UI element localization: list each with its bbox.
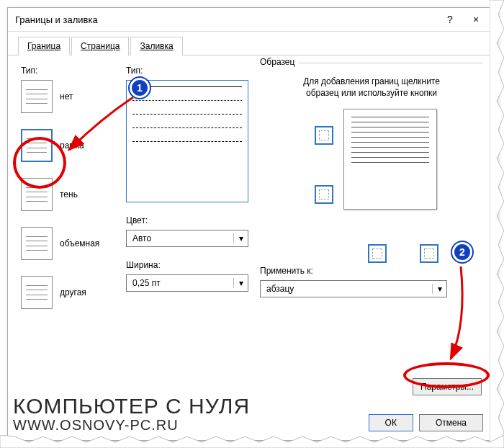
line-style-dashed-1[interactable] [132,114,242,115]
callout-1: 1 [130,78,150,98]
setting-box-icon [21,129,53,162]
border-top-button[interactable] [315,126,333,145]
dialog-body: Тип: нет рамка [8,55,496,359]
setting-none-icon [21,80,53,113]
options-button[interactable]: Параметры... [413,378,482,395]
setting-3d-icon [21,227,53,260]
border-right-button[interactable] [420,244,438,263]
apply-label: Применить к: [260,266,483,276]
setting-none-label: нет [60,91,73,102]
setting-list: нет рамка тень [21,80,114,309]
tab-border[interactable]: Граница [18,37,70,55]
apply-field: Применить к: абзацу ▾ [260,266,483,297]
width-label: Ширина: [126,260,248,270]
cancel-button[interactable]: Отмена [419,414,483,431]
color-field: Цвет: Авто ▾ [126,215,248,247]
preview-legend: Образец [260,57,299,67]
close-button[interactable]: × [463,14,489,25]
style-column: Тип: Цвет: Авто ▾ Ширина: 0,25 пт ▾ [126,63,248,309]
help-button[interactable]: ? [437,14,463,25]
preview-fieldset: Образец Для добавления границ щелкните о… [260,63,483,253]
line-style-dotted[interactable] [132,100,242,101]
color-value: Авто [127,233,233,243]
preview-document[interactable] [343,109,437,210]
chevron-down-icon: ▾ [432,284,446,294]
tab-fill[interactable]: Заливка [130,37,182,55]
dialog-borders-and-shading: Границы и заливка ? × Граница Страница З… [7,7,497,441]
color-select[interactable]: Авто ▾ [126,230,248,247]
setting-box[interactable]: рамка [21,129,114,162]
setting-label: Тип: [21,66,114,76]
callout-2: 2 [452,242,472,262]
tab-page[interactable]: Страница [71,37,129,55]
setting-3d-label: объемная [60,238,99,248]
setting-custom-icon [21,276,53,309]
ok-button[interactable]: ОК [369,414,413,431]
setting-custom-label: другая [60,287,86,297]
apply-value: абзацу [261,284,432,294]
chevron-down-icon: ▾ [233,278,248,288]
setting-shadow-label: тень [60,189,78,200]
chevron-down-icon: ▾ [233,233,248,243]
titlebar: Границы и заливка ? × [8,8,496,32]
line-style-listbox[interactable] [126,80,248,202]
line-style-dashed-2[interactable] [132,127,242,128]
setting-shadow[interactable]: тень [21,178,114,211]
width-field: Ширина: 0,25 пт ▾ [126,260,248,292]
border-bottom-button[interactable] [315,185,333,204]
setting-column: Тип: нет рамка [21,63,114,309]
preview-hint: Для добавления границ щелкните образец и… [289,76,454,99]
setting-none[interactable]: нет [21,80,114,113]
preview-column: Образец Для добавления границ щелкните о… [260,63,483,309]
border-left-button[interactable] [368,244,387,263]
setting-shadow-icon [21,178,53,211]
setting-3d[interactable]: объемная [21,227,114,260]
width-select[interactable]: 0,25 пт ▾ [126,274,248,292]
style-label: Тип: [126,66,248,76]
tab-strip: Граница Страница Заливка [8,32,496,55]
dialog-buttons: ОК Отмена [369,414,483,431]
preview-grid [260,109,483,253]
setting-custom[interactable]: другая [21,276,114,309]
apply-select[interactable]: абзацу ▾ [260,280,447,297]
window-title: Границы и заливка [15,14,437,25]
line-style-dashed-3[interactable] [132,141,242,142]
width-value: 0,25 пт [127,278,233,288]
color-label: Цвет: [126,215,248,225]
setting-box-label: рамка [60,140,84,151]
